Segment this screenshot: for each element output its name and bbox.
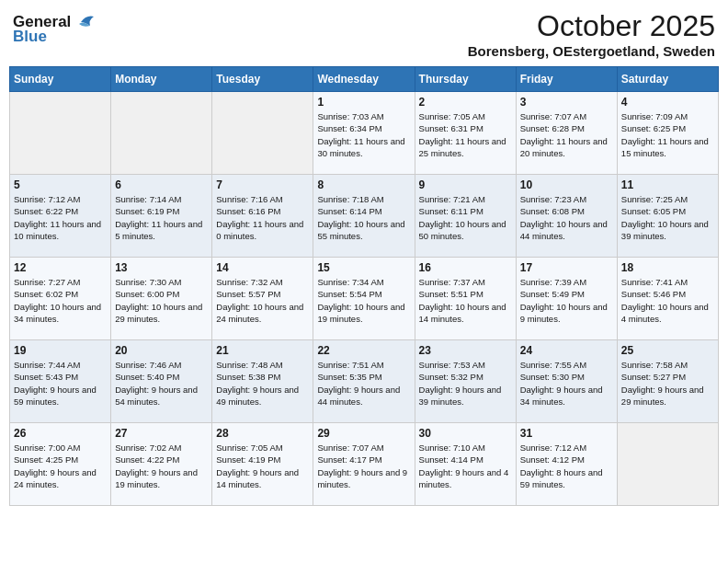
calendar-cell: 12Sunrise: 7:27 AM Sunset: 6:02 PM Dayli… xyxy=(10,258,111,340)
calendar-cell: 2Sunrise: 7:05 AM Sunset: 6:31 PM Daylig… xyxy=(415,92,516,175)
calendar-cell: 8Sunrise: 7:18 AM Sunset: 6:14 PM Daylig… xyxy=(313,175,415,258)
calendar-week-2: 5Sunrise: 7:12 AM Sunset: 6:22 PM Daylig… xyxy=(10,175,719,258)
calendar-cell: 24Sunrise: 7:55 AM Sunset: 5:30 PM Dayli… xyxy=(516,340,617,423)
day-info: Sunrise: 7:23 AM Sunset: 6:08 PM Dayligh… xyxy=(520,193,613,242)
day-info: Sunrise: 7:58 AM Sunset: 5:27 PM Dayligh… xyxy=(621,359,714,408)
weekday-header-friday: Friday xyxy=(516,67,617,92)
day-info: Sunrise: 7:12 AM Sunset: 6:22 PM Dayligh… xyxy=(14,193,107,242)
calendar-cell: 10Sunrise: 7:23 AM Sunset: 6:08 PM Dayli… xyxy=(516,175,617,258)
page-header: General Blue October 2025 Borensberg, OE… xyxy=(9,9,719,59)
day-number: 16 xyxy=(419,261,512,274)
day-number: 24 xyxy=(520,344,613,357)
weekday-header-saturday: Saturday xyxy=(617,67,718,92)
calendar-cell: 11Sunrise: 7:25 AM Sunset: 6:05 PM Dayli… xyxy=(617,175,718,258)
calendar-cell: 1Sunrise: 7:03 AM Sunset: 6:34 PM Daylig… xyxy=(313,92,415,175)
calendar-week-5: 26Sunrise: 7:00 AM Sunset: 4:25 PM Dayli… xyxy=(10,423,719,506)
day-number: 18 xyxy=(621,261,714,274)
calendar-cell: 16Sunrise: 7:37 AM Sunset: 5:51 PM Dayli… xyxy=(415,258,516,340)
weekday-header-thursday: Thursday xyxy=(415,67,516,92)
day-info: Sunrise: 7:18 AM Sunset: 6:14 PM Dayligh… xyxy=(317,193,410,242)
day-number: 21 xyxy=(216,344,309,357)
day-info: Sunrise: 7:39 AM Sunset: 5:49 PM Dayligh… xyxy=(520,276,613,325)
day-number: 23 xyxy=(419,344,512,357)
calendar-cell: 29Sunrise: 7:07 AM Sunset: 4:17 PM Dayli… xyxy=(313,423,415,506)
calendar-cell: 22Sunrise: 7:51 AM Sunset: 5:35 PM Dayli… xyxy=(313,340,415,423)
day-number: 15 xyxy=(317,261,410,274)
day-number: 29 xyxy=(317,427,410,440)
day-info: Sunrise: 7:00 AM Sunset: 4:25 PM Dayligh… xyxy=(14,442,107,490)
calendar-cell: 6Sunrise: 7:14 AM Sunset: 6:19 PM Daylig… xyxy=(111,175,212,258)
day-info: Sunrise: 7:07 AM Sunset: 6:28 PM Dayligh… xyxy=(520,110,613,159)
calendar-cell: 30Sunrise: 7:10 AM Sunset: 4:14 PM Dayli… xyxy=(415,423,516,506)
day-info: Sunrise: 7:12 AM Sunset: 4:12 PM Dayligh… xyxy=(520,442,613,490)
day-number: 4 xyxy=(621,96,714,109)
day-info: Sunrise: 7:05 AM Sunset: 4:19 PM Dayligh… xyxy=(216,442,309,490)
day-info: Sunrise: 7:51 AM Sunset: 5:35 PM Dayligh… xyxy=(317,359,410,408)
logo-blue-text: Blue xyxy=(13,28,47,46)
calendar-week-1: 1Sunrise: 7:03 AM Sunset: 6:34 PM Daylig… xyxy=(10,92,719,175)
day-info: Sunrise: 7:46 AM Sunset: 5:40 PM Dayligh… xyxy=(115,359,208,408)
day-info: Sunrise: 7:32 AM Sunset: 5:57 PM Dayligh… xyxy=(216,276,309,325)
calendar-cell: 20Sunrise: 7:46 AM Sunset: 5:40 PM Dayli… xyxy=(111,340,212,423)
day-info: Sunrise: 7:10 AM Sunset: 4:14 PM Dayligh… xyxy=(419,442,512,490)
calendar-cell xyxy=(111,92,212,175)
calendar-cell: 14Sunrise: 7:32 AM Sunset: 5:57 PM Dayli… xyxy=(212,258,313,340)
day-info: Sunrise: 7:14 AM Sunset: 6:19 PM Dayligh… xyxy=(115,193,208,242)
weekday-header-tuesday: Tuesday xyxy=(212,67,313,92)
location-title: Borensberg, OEstergoetland, Sweden xyxy=(468,43,715,59)
calendar-table: SundayMondayTuesdayWednesdayThursdayFrid… xyxy=(9,66,719,506)
calendar-week-4: 19Sunrise: 7:44 AM Sunset: 5:43 PM Dayli… xyxy=(10,340,719,423)
logo-bird-icon xyxy=(74,13,94,31)
calendar-cell: 27Sunrise: 7:02 AM Sunset: 4:22 PM Dayli… xyxy=(111,423,212,506)
calendar-cell: 19Sunrise: 7:44 AM Sunset: 5:43 PM Dayli… xyxy=(10,340,111,423)
calendar-cell xyxy=(617,423,718,506)
day-info: Sunrise: 7:21 AM Sunset: 6:11 PM Dayligh… xyxy=(419,193,512,242)
weekday-header-sunday: Sunday xyxy=(10,67,111,92)
day-info: Sunrise: 7:25 AM Sunset: 6:05 PM Dayligh… xyxy=(621,193,714,242)
calendar-cell: 9Sunrise: 7:21 AM Sunset: 6:11 PM Daylig… xyxy=(415,175,516,258)
day-info: Sunrise: 7:41 AM Sunset: 5:46 PM Dayligh… xyxy=(621,276,714,325)
day-number: 26 xyxy=(14,427,107,440)
day-info: Sunrise: 7:53 AM Sunset: 5:32 PM Dayligh… xyxy=(419,359,512,408)
logo: General Blue xyxy=(13,13,94,46)
day-number: 11 xyxy=(621,178,714,191)
calendar-cell: 5Sunrise: 7:12 AM Sunset: 6:22 PM Daylig… xyxy=(10,175,111,258)
calendar-cell: 28Sunrise: 7:05 AM Sunset: 4:19 PM Dayli… xyxy=(212,423,313,506)
calendar-cell xyxy=(212,92,313,175)
day-number: 25 xyxy=(621,344,714,357)
title-block: October 2025 Borensberg, OEstergoetland,… xyxy=(468,9,715,59)
day-number: 3 xyxy=(520,96,613,109)
calendar-cell: 15Sunrise: 7:34 AM Sunset: 5:54 PM Dayli… xyxy=(313,258,415,340)
weekday-header-row: SundayMondayTuesdayWednesdayThursdayFrid… xyxy=(10,67,719,92)
calendar-cell xyxy=(10,92,111,175)
day-info: Sunrise: 7:44 AM Sunset: 5:43 PM Dayligh… xyxy=(14,359,107,408)
day-number: 6 xyxy=(115,178,208,191)
day-info: Sunrise: 7:16 AM Sunset: 6:16 PM Dayligh… xyxy=(216,193,309,242)
day-number: 9 xyxy=(419,178,512,191)
calendar-cell: 31Sunrise: 7:12 AM Sunset: 4:12 PM Dayli… xyxy=(516,423,617,506)
day-info: Sunrise: 7:30 AM Sunset: 6:00 PM Dayligh… xyxy=(115,276,208,325)
calendar-cell: 25Sunrise: 7:58 AM Sunset: 5:27 PM Dayli… xyxy=(617,340,718,423)
calendar-cell: 7Sunrise: 7:16 AM Sunset: 6:16 PM Daylig… xyxy=(212,175,313,258)
day-info: Sunrise: 7:48 AM Sunset: 5:38 PM Dayligh… xyxy=(216,359,309,408)
calendar-cell: 23Sunrise: 7:53 AM Sunset: 5:32 PM Dayli… xyxy=(415,340,516,423)
calendar-cell: 13Sunrise: 7:30 AM Sunset: 6:00 PM Dayli… xyxy=(111,258,212,340)
day-number: 2 xyxy=(419,96,512,109)
day-number: 22 xyxy=(317,344,410,357)
day-number: 8 xyxy=(317,178,410,191)
day-info: Sunrise: 7:09 AM Sunset: 6:25 PM Dayligh… xyxy=(621,110,714,159)
calendar-week-3: 12Sunrise: 7:27 AM Sunset: 6:02 PM Dayli… xyxy=(10,258,719,340)
day-info: Sunrise: 7:55 AM Sunset: 5:30 PM Dayligh… xyxy=(520,359,613,408)
month-title: October 2025 xyxy=(468,9,715,43)
day-number: 13 xyxy=(115,261,208,274)
day-info: Sunrise: 7:03 AM Sunset: 6:34 PM Dayligh… xyxy=(317,110,410,159)
day-info: Sunrise: 7:37 AM Sunset: 5:51 PM Dayligh… xyxy=(419,276,512,325)
day-info: Sunrise: 7:27 AM Sunset: 6:02 PM Dayligh… xyxy=(14,276,107,325)
calendar-cell: 17Sunrise: 7:39 AM Sunset: 5:49 PM Dayli… xyxy=(516,258,617,340)
day-number: 17 xyxy=(520,261,613,274)
weekday-header-monday: Monday xyxy=(111,67,212,92)
calendar-cell: 18Sunrise: 7:41 AM Sunset: 5:46 PM Dayli… xyxy=(617,258,718,340)
day-number: 12 xyxy=(14,261,107,274)
day-number: 10 xyxy=(520,178,613,191)
day-number: 14 xyxy=(216,261,309,274)
